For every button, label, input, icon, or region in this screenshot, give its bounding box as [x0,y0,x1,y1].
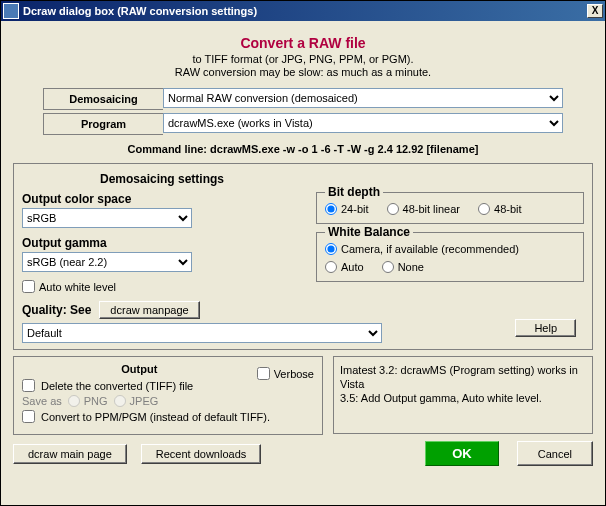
help-button[interactable]: Help [515,319,576,337]
output-panel: Verbose Output Delete the converted (TIF… [13,356,323,435]
delete-tiff-label: Delete the converted (TIFF) file [41,380,193,392]
info-line-1: Imatest 3.2: dcrawMS (Program setting) w… [340,363,586,391]
demosaicing-settings-panel: Demosaicing settings Output color space … [13,163,593,350]
wb-none-radio[interactable] [382,261,394,273]
wb-camera-label: Camera, if available (recommended) [341,243,519,255]
info-line-2: 3.5: Add Output gamma, Auto white level. [340,391,586,405]
title-bar: Dcraw dialog box (RAW conversion setting… [1,1,605,21]
verbose-label: Verbose [274,368,314,380]
page-title: Convert a RAW file [13,35,593,51]
saveas-jpeg-radio [114,395,126,407]
bitdepth-48-label: 48-bit [494,203,522,215]
bitdepth-48lin-radio[interactable] [387,203,399,215]
ok-button[interactable]: OK [425,441,499,466]
bit-depth-group: Bit depth 24-bit 48-bit linear 48-bit [316,192,584,224]
wb-auto-radio[interactable] [325,261,337,273]
delete-tiff-checkbox[interactable] [22,379,35,392]
verbose-checkbox[interactable] [257,367,270,380]
quality-label: Quality: See [22,303,91,317]
subtitle-1: to TIFF format (or JPG, PNG, PPM, or PGM… [13,53,593,65]
demosaicing-label: Demosaicing [43,88,163,110]
bitdepth-48lin-label: 48-bit linear [403,203,460,215]
save-as-label: Save as [22,395,62,407]
bitdepth-48-radio[interactable] [478,203,490,215]
saveas-png-radio [68,395,80,407]
dcraw-manpage-button[interactable]: dcraw manpage [99,301,199,319]
demosaicing-select[interactable]: Normal RAW conversion (demosaiced) [163,88,563,108]
app-icon [3,3,19,19]
command-line-text: Command line: dcrawMS.exe -w -o 1 -6 -T … [13,143,593,155]
saveas-png-label: PNG [84,395,108,407]
program-select[interactable]: dcrawMS.exe (works in Vista) [163,113,563,133]
ppm-checkbox[interactable] [22,410,35,423]
auto-white-level-label: Auto white level [39,281,116,293]
demosaicing-settings-heading: Demosaicing settings [22,172,302,186]
white-balance-legend: White Balance [325,225,413,239]
program-label: Program [43,113,163,135]
subtitle-2: RAW conversion may be slow: as much as a… [13,66,593,78]
bitdepth-24-label: 24-bit [341,203,369,215]
ppm-label: Convert to PPM/PGM (instead of default T… [41,411,270,423]
output-gamma-label: Output gamma [22,236,302,250]
output-colorspace-label: Output color space [22,192,302,206]
recent-downloads-button[interactable]: Recent downloads [141,444,262,464]
window-title: Dcraw dialog box (RAW conversion setting… [23,5,587,17]
bit-depth-legend: Bit depth [325,185,383,199]
info-panel: Imatest 3.2: dcrawMS (Program setting) w… [333,356,593,434]
cancel-button[interactable]: Cancel [517,441,593,466]
wb-camera-radio[interactable] [325,243,337,255]
bitdepth-24-radio[interactable] [325,203,337,215]
saveas-jpeg-label: JPEG [130,395,159,407]
output-colorspace-select[interactable]: sRGB [22,208,192,228]
dcraw-main-page-button[interactable]: dcraw main page [13,444,127,464]
output-gamma-select[interactable]: sRGB (near 2.2) [22,252,192,272]
auto-white-level-checkbox[interactable] [22,280,35,293]
close-icon[interactable]: X [587,4,603,18]
white-balance-group: White Balance Camera, if available (reco… [316,232,584,282]
wb-auto-label: Auto [341,261,364,273]
wb-none-label: None [398,261,424,273]
